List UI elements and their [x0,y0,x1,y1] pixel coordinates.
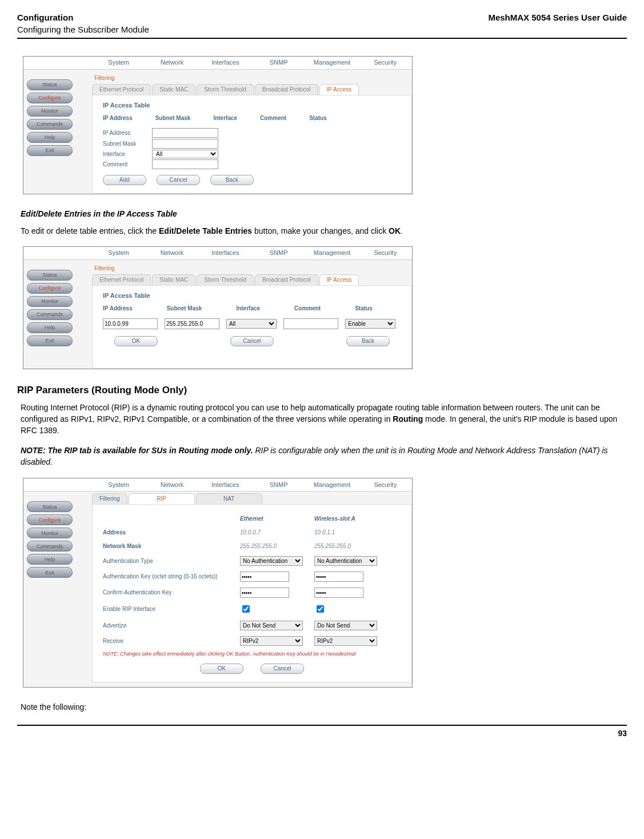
tab-rip[interactable]: RIP [129,493,195,504]
ok-button[interactable]: OK [114,336,158,346]
nav-network[interactable]: Network [145,481,198,489]
tab-storm-threshold[interactable]: Storm Threshold [197,274,254,285]
sub-tab-row: Ethernet Protocol Static MAC Storm Thres… [23,274,412,285]
comment-input[interactable] [152,159,218,169]
row-status[interactable]: Enable [345,319,395,329]
authkey-eth[interactable] [240,572,289,582]
nav-network[interactable]: Network [145,249,198,257]
leftnav-status[interactable]: Status [27,79,73,90]
leftnav-monitor[interactable]: Monitor [27,296,73,307]
leftnav-configure[interactable]: Configure [27,283,73,294]
tab-ethernet-protocol[interactable]: Ethernet Protocol [92,84,151,95]
leftnav-status[interactable]: Status [27,270,73,281]
leftnav-help[interactable]: Help [27,322,73,333]
tab-ethernet-protocol[interactable]: Ethernet Protocol [92,274,151,285]
advertize-wls[interactable]: Do Not Send [314,621,377,630]
leftnav-configure[interactable]: Configure [27,514,73,525]
edit-delete-para: To edit or delete table entries, click t… [21,226,627,237]
advertize-eth[interactable]: Do Not Send [240,621,303,630]
tab-nat[interactable]: NAT [196,493,262,504]
receive-wls[interactable]: RIPv2 [314,636,377,646]
address-wls: 10.0.1.1 [314,529,389,537]
authtype-wls[interactable]: No Authentication [314,556,377,566]
top-nav: System Network Interfaces SNMP Managemen… [23,478,412,492]
nav-interfaces[interactable]: Interfaces [199,249,252,257]
authtype-eth[interactable]: No Authentication [240,556,303,566]
comment-label: Comment [103,161,152,169]
tab-storm-threshold[interactable]: Storm Threshold [197,84,254,95]
nav-security[interactable]: Security [359,481,412,489]
leftnav-configure[interactable]: Configure [27,93,73,103]
leftnav-monitor[interactable]: Monitor [27,528,73,538]
mask-eth: 255.255.255.0 [240,542,314,550]
cancel-button[interactable]: Cancel [261,664,304,674]
iface-select[interactable]: All [152,150,218,158]
col-ip: IP Address [103,305,133,313]
col-ip: IP Address [103,114,133,122]
nav-network[interactable]: Network [145,58,198,67]
nav-security[interactable]: Security [359,249,412,257]
leftnav-commands[interactable]: Commands [27,309,73,320]
back-button[interactable]: Back [210,175,254,185]
row-comment[interactable] [283,318,338,329]
tab-ip-access[interactable]: IP Access [319,84,359,95]
receive-eth[interactable]: RIPv2 [240,636,303,646]
para-text: To edit or delete table entries, click t… [21,226,159,235]
leftnav-help[interactable]: Help [27,554,73,565]
tab-static-mac[interactable]: Static MAC [152,84,195,95]
add-button[interactable]: Add [103,175,146,185]
nav-management[interactable]: Management [305,58,358,67]
leftnav-exit[interactable]: Exit [27,335,73,346]
authkey-wls[interactable] [314,572,363,582]
ok-button[interactable]: OK [200,664,243,674]
note-label: NOTE: [21,446,46,455]
row-iface[interactable]: All [226,319,277,329]
nav-system[interactable]: System [92,58,145,67]
nav-system[interactable]: System [92,249,145,257]
cancel-button[interactable]: Cancel [230,336,274,346]
mask-input[interactable] [152,139,218,149]
nav-snmp[interactable]: SNMP [252,481,305,489]
leftnav-exit[interactable]: Exit [27,567,73,578]
cancel-button[interactable]: Cancel [157,175,200,185]
row-mask[interactable] [165,318,219,329]
tab-filtering[interactable]: Filtering [92,73,122,83]
nav-management[interactable]: Management [305,249,358,257]
confirm-eth[interactable] [240,588,289,598]
nav-snmp[interactable]: SNMP [252,58,305,67]
nav-management[interactable]: Management [305,481,358,489]
col-comment: Comment [260,114,286,122]
ip-input[interactable] [152,128,218,138]
nav-system[interactable]: System [92,481,145,489]
para-bold: Edit/Delete Table Entries [159,226,252,235]
nav-interfaces[interactable]: Interfaces [199,481,252,489]
leftnav-help[interactable]: Help [27,132,73,143]
tab-ip-access[interactable]: IP Access [319,274,359,285]
tab-filtering[interactable]: Filtering [92,263,122,274]
leftnav-exit[interactable]: Exit [27,145,73,156]
leftnav-status[interactable]: Status [27,501,73,512]
confirm-wls[interactable] [314,588,363,598]
mask-label: Subnet Mask [103,140,152,148]
tab-filtering[interactable]: Filtering [92,493,127,504]
leftnav-commands[interactable]: Commands [27,541,73,552]
enable-eth[interactable] [242,605,250,613]
nav-security[interactable]: Security [359,58,412,67]
leftnav-monitor[interactable]: Monitor [27,106,73,117]
left-nav: Status Configure Monitor Commands Help E… [27,79,73,156]
filtering-tab-row: Filtering [23,72,412,83]
note-bold: The RIP tab is available for SUs in Rout… [47,446,253,455]
tab-broadcast-protocol[interactable]: Broadcast Protocol [255,84,318,95]
enable-wls[interactable] [317,605,324,613]
tab-broadcast-protocol[interactable]: Broadcast Protocol [255,274,318,285]
mask-wls: 255.255.255.0 [314,542,389,550]
tab-static-mac[interactable]: Static MAC [152,274,195,285]
nav-interfaces[interactable]: Interfaces [199,58,252,67]
col-iface: Interface [236,305,260,313]
page-number: 93 [618,729,627,738]
rip-heading: RIP Parameters (Routing Mode Only) [17,383,627,397]
leftnav-commands[interactable]: Commands [27,119,73,130]
row-ip[interactable] [103,318,158,329]
back-button[interactable]: Back [346,336,390,346]
nav-snmp[interactable]: SNMP [252,249,305,257]
